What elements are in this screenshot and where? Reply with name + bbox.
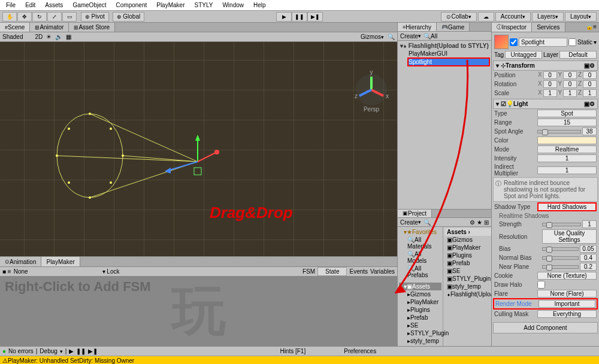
rotate-tool[interactable]: ↻ <box>32 12 47 22</box>
scl-x[interactable]: 1 <box>543 89 557 97</box>
scene-viewport[interactable]: y x z Persp Drag&Drop <box>0 42 397 256</box>
light-intensity[interactable]: 1 <box>537 154 597 162</box>
menu-playmaker[interactable]: PlayMaker <box>153 1 188 10</box>
light-icon[interactable]: ☀ <box>46 34 52 40</box>
layer-dropdown[interactable]: Default <box>559 51 597 59</box>
tag-dropdown[interactable]: Untagged <box>505 51 542 59</box>
play-button[interactable]: ▶ <box>276 12 292 22</box>
spot-angle-value[interactable]: 38 <box>582 128 597 135</box>
proj-item[interactable]: ▣SE <box>444 267 497 275</box>
tab-hierarchy[interactable]: ≡ Hierarchy <box>398 23 437 31</box>
tab-animation[interactable]: ⊙ Animation <box>0 257 41 266</box>
scl-z[interactable]: 1 <box>583 89 597 97</box>
bias-slider[interactable] <box>542 247 579 251</box>
scl-y[interactable]: 1 <box>563 89 577 97</box>
status-pause[interactable]: ❚❚ <box>76 348 86 354</box>
near-plane-slider[interactable] <box>542 265 579 269</box>
rect-tool[interactable]: ▭ <box>62 12 77 22</box>
project-panel[interactable]: ▾★Favorites 🔍All Materials 🔍All Models 🔍… <box>398 227 491 346</box>
hints-button[interactable]: Hints [F1] <box>280 348 305 354</box>
pm-vars-btn[interactable]: Variables <box>370 268 395 275</box>
pm-events-btn[interactable]: Events <box>349 268 368 275</box>
strength-slider[interactable] <box>542 223 581 226</box>
move-tool[interactable]: ✥ <box>17 12 32 22</box>
tab-animator[interactable]: ⊞ Animator <box>30 23 69 32</box>
proj-create[interactable]: Create <box>400 219 418 226</box>
gizmos-dropdown[interactable]: Gizmos <box>361 34 381 40</box>
layout-dropdown[interactable]: Layout ▾ <box>565 12 597 22</box>
pos-x[interactable]: 0 <box>543 71 557 79</box>
menu-gameobject[interactable]: GameObject <box>69 1 110 10</box>
cookie-field[interactable]: None (Texture) <box>537 272 597 280</box>
layers-dropdown[interactable]: Layers ▾ <box>532 12 564 22</box>
transform-component[interactable]: ▾⊹ Transform▣⚙ <box>493 60 598 71</box>
rot-x[interactable]: 0 <box>543 80 557 88</box>
hierarchy-scene[interactable]: ▾⬧ Flashlight(Upload to STYLY) <box>399 42 490 50</box>
hier-create[interactable]: Create <box>400 33 418 40</box>
light-color[interactable] <box>537 136 597 144</box>
tab-scene[interactable]: # Scene <box>0 23 30 32</box>
pm-fsm-btn[interactable]: FSM <box>302 268 315 275</box>
prefs-button[interactable]: Preferences <box>344 348 376 354</box>
indirect-mult[interactable]: 1 <box>537 166 597 174</box>
culling-mask[interactable]: Everything <box>537 310 597 318</box>
menu-window[interactable]: Window <box>219 1 247 10</box>
audio-icon[interactable]: 🔊 <box>55 34 62 40</box>
2d-toggle[interactable]: 2D <box>35 34 43 40</box>
light-type[interactable]: Spot <box>537 110 597 117</box>
pause-button[interactable]: ❚❚ <box>292 12 307 22</box>
cloud-button[interactable]: ☁ <box>478 12 494 22</box>
playmaker-canvas[interactable]: Right-Click to Add FSM 玩 <box>0 277 397 346</box>
add-component-button[interactable]: Add Component <box>493 322 598 333</box>
status-step[interactable]: ▶❚ <box>88 348 98 354</box>
tab-inspector[interactable]: ⓘ Inspector <box>492 23 532 32</box>
proj-item[interactable]: ▣Plugins <box>444 251 497 259</box>
debug-dropdown[interactable]: Debug <box>40 348 57 354</box>
shadow-resolution[interactable]: Use Quality Settings <box>542 229 597 244</box>
proj-item[interactable]: ▣styly_temp <box>444 283 497 290</box>
pos-z[interactable]: 0 <box>583 71 597 79</box>
pm-none[interactable]: None <box>14 268 28 275</box>
proj-item[interactable]: ▣STYLY_Plugin <box>444 275 497 283</box>
shadow-type[interactable]: Hard Shadows <box>537 202 597 211</box>
tab-asset-store[interactable]: ⊞ Asset Store <box>69 23 115 32</box>
proj-item[interactable]: ▣PlayMaker <box>444 244 497 251</box>
collab-dropdown[interactable]: ⊙ Collab ▾ <box>441 12 476 22</box>
light-component[interactable]: ▾☑💡Light▣⚙ <box>493 99 598 109</box>
static-checkbox[interactable] <box>568 38 576 46</box>
active-checkbox[interactable] <box>510 38 518 46</box>
account-dropdown[interactable]: Account ▾ <box>495 12 531 22</box>
hierarchy-panel[interactable]: ▾⬧ Flashlight(Upload to STYLY) PlayMaker… <box>398 41 491 209</box>
flare-field[interactable]: None (Flare) <box>537 290 597 298</box>
tab-game[interactable]: 🎮 Game <box>437 23 470 31</box>
tab-services[interactable]: Services <box>532 23 565 32</box>
pos-y[interactable]: 0 <box>563 71 577 79</box>
proj-item[interactable]: ▣Prefab <box>444 259 497 267</box>
step-button[interactable]: ▶❚ <box>307 12 323 22</box>
rot-z[interactable]: 0 <box>583 80 597 88</box>
menu-edit[interactable]: Edit <box>22 1 39 10</box>
hierarchy-item-spotlight[interactable]: Spotlight <box>407 57 490 66</box>
rot-y[interactable]: 0 <box>563 80 577 88</box>
fx-icon[interactable]: ▦ <box>66 34 71 40</box>
hand-tool[interactable]: ✋ <box>2 12 17 22</box>
tab-playmaker[interactable]: PlayMaker <box>41 257 80 266</box>
inspector-lock-icon[interactable]: 🔒≡ <box>583 23 599 32</box>
menu-styly[interactable]: STYLY <box>190 1 216 10</box>
hierarchy-item-playmakergui[interactable]: PlayMakerGUI <box>399 50 490 57</box>
menu-help[interactable]: Help <box>250 1 270 10</box>
shaded-dropdown[interactable]: Shaded <box>2 34 23 40</box>
global-toggle[interactable]: ⊕ Global <box>113 12 144 22</box>
menu-component[interactable]: Component <box>113 1 151 10</box>
tab-project[interactable]: ▣ Project <box>398 210 432 217</box>
status-play[interactable]: ▶ <box>69 348 74 354</box>
proj-item[interactable]: ▣Gizmos <box>444 236 497 244</box>
spot-angle-slider[interactable] <box>537 130 581 134</box>
normal-bias-slider[interactable] <box>542 256 579 260</box>
menu-file[interactable]: File <box>2 1 19 10</box>
pm-state-btn[interactable]: State <box>317 267 347 276</box>
render-mode[interactable]: Important <box>539 300 595 308</box>
project-breadcrumb[interactable]: Assets › <box>444 228 497 236</box>
light-range[interactable]: 15 <box>537 119 597 126</box>
gameobject-name-field[interactable]: Spotlight <box>519 38 567 47</box>
